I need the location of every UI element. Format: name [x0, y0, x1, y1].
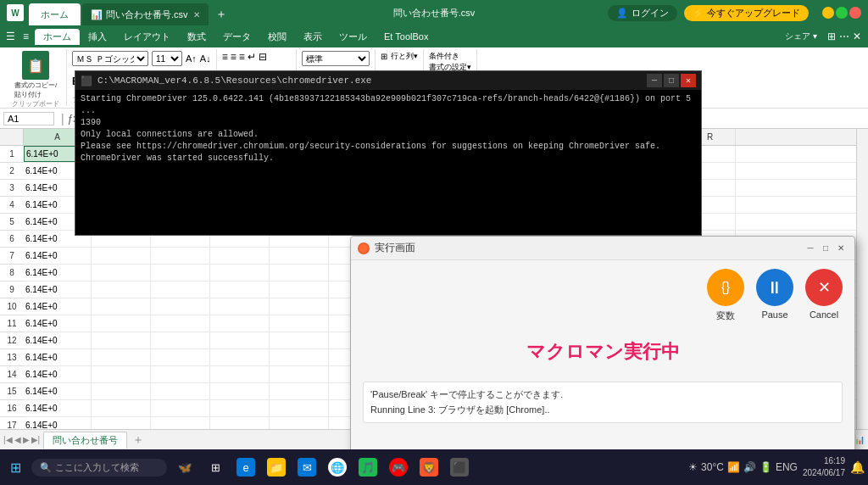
- ribbon-tab-layout[interactable]: レイアウト: [115, 29, 179, 45]
- hensu-button[interactable]: {} 変数: [707, 269, 744, 322]
- tab-csv-close[interactable]: ✕: [193, 10, 200, 20]
- ribbon-tab-insert[interactable]: 挿入: [80, 29, 115, 45]
- cell-C15[interactable]: [151, 383, 210, 399]
- cell-D16[interactable]: [210, 400, 270, 416]
- cell-E9[interactable]: [270, 282, 329, 298]
- cmd-minimize-button[interactable]: ─: [647, 74, 662, 87]
- maximize-button[interactable]: [836, 7, 848, 19]
- taskbar-app-butterfly[interactable]: 🦋: [170, 453, 199, 482]
- paste-button[interactable]: 📋 書式のコピー/貼り付け: [14, 51, 57, 99]
- ribbon-tab-review[interactable]: 校閲: [259, 29, 295, 45]
- cell-a14[interactable]: 6.14E+0: [24, 366, 92, 382]
- login-button[interactable]: 👤 ログイン: [608, 5, 677, 21]
- cell-a8[interactable]: 6.14E+0: [24, 265, 92, 281]
- cell-C11[interactable]: [151, 315, 210, 332]
- cell-D9[interactable]: [210, 282, 270, 298]
- pause-button[interactable]: ⏸ Pause: [756, 269, 793, 322]
- cell-D12[interactable]: [210, 332, 270, 348]
- align-top-icon[interactable]: ≡: [222, 51, 228, 63]
- cell-B11[interactable]: [92, 315, 151, 332]
- taskbar-app-music[interactable]: 🎵: [353, 453, 382, 482]
- cell-E15[interactable]: [270, 383, 329, 399]
- cell-E14[interactable]: [270, 366, 329, 382]
- sheet-nav-next[interactable]: ▶: [23, 435, 30, 444]
- taskbar-app-extra[interactable]: ⬛: [445, 453, 474, 482]
- cell-E11[interactable]: [270, 315, 329, 332]
- cell-C10[interactable]: [151, 298, 210, 315]
- font-size-select[interactable]: 11: [152, 51, 182, 66]
- cell-B8[interactable]: [92, 265, 151, 281]
- cell-C12[interactable]: [151, 332, 210, 348]
- cell-a9[interactable]: 6.14E+0: [24, 282, 92, 298]
- cell-D15[interactable]: [210, 383, 270, 399]
- menu-icon[interactable]: ≡: [20, 30, 31, 43]
- cell-E7[interactable]: [270, 248, 329, 264]
- tab-home[interactable]: ホーム: [29, 3, 81, 25]
- vertical-scrollbar[interactable]: [856, 129, 868, 429]
- merge-icon[interactable]: ⊟: [259, 51, 267, 63]
- sheet-tab-main[interactable]: 問い合わせ番号: [43, 432, 127, 449]
- ribbon-tab-tools[interactable]: ツール: [331, 29, 376, 45]
- cell-C17[interactable]: [151, 417, 210, 429]
- cell-C8[interactable]: [151, 265, 210, 281]
- cell-B10[interactable]: [92, 298, 151, 315]
- ribbon-tab-ettoolbox[interactable]: Et ToolBox: [376, 30, 437, 43]
- row-col-button[interactable]: ⊞ 行と列▾: [381, 51, 418, 62]
- increase-font-icon[interactable]: A↑: [186, 53, 197, 64]
- ribbon-tab-view[interactable]: 表示: [295, 29, 331, 45]
- cell-E13[interactable]: [270, 349, 329, 365]
- cell-a7[interactable]: 6.14E+0: [24, 248, 92, 264]
- cell-C16[interactable]: [151, 400, 210, 416]
- align-bot-icon[interactable]: ≡: [239, 51, 245, 63]
- start-button[interactable]: ⊞: [3, 456, 28, 479]
- grid-icon[interactable]: ⊞: [827, 31, 836, 42]
- settings-icon[interactable]: ✕: [853, 31, 861, 42]
- exec-minimize-button[interactable]: ─: [804, 242, 817, 255]
- exec-maximize-button[interactable]: □: [819, 242, 832, 255]
- taskbar-app-mail[interactable]: ✉: [292, 453, 321, 482]
- cell-C13[interactable]: [151, 349, 210, 365]
- cell-C7[interactable]: [151, 248, 210, 264]
- cell-B9[interactable]: [92, 282, 151, 298]
- ellipsis-icon[interactable]: ⋯: [839, 31, 849, 42]
- cell-a17[interactable]: 6.14E+0: [24, 417, 92, 429]
- exec-close-button[interactable]: ✕: [834, 242, 848, 255]
- cell-D14[interactable]: [210, 366, 270, 382]
- cell-B13[interactable]: [92, 349, 151, 365]
- cell-D7[interactable]: [210, 248, 270, 264]
- taskbar-app-game[interactable]: 🎮: [384, 453, 413, 482]
- taskbar-app-multitask[interactable]: ⊞: [201, 453, 230, 482]
- cell-B16[interactable]: [92, 400, 151, 416]
- cell-B12[interactable]: [92, 332, 151, 348]
- taskbar-app-chrome[interactable]: 🌐: [323, 453, 352, 482]
- cell-E12[interactable]: [270, 332, 329, 348]
- cell-E8[interactable]: [270, 265, 329, 281]
- cell-E10[interactable]: [270, 298, 329, 315]
- cell-a10[interactable]: 6.14E+0: [24, 298, 92, 315]
- taskbar-app-edge[interactable]: e: [231, 453, 260, 482]
- wrap-text-icon[interactable]: ↵: [248, 51, 256, 63]
- cell-D17[interactable]: [210, 417, 270, 429]
- cmd-close-button[interactable]: ✕: [681, 74, 696, 87]
- add-sheet-button[interactable]: ＋: [127, 432, 149, 448]
- cell-D10[interactable]: [210, 298, 270, 315]
- sheet-nav-last[interactable]: ▶|: [31, 435, 41, 444]
- cell-B17[interactable]: [92, 417, 151, 429]
- ribbon-tab-formula[interactable]: 数式: [179, 29, 214, 45]
- ribbon-tab-home[interactable]: ホーム: [35, 29, 80, 45]
- minimize-button[interactable]: [822, 7, 834, 19]
- cell-a11[interactable]: 6.14E+0: [24, 315, 92, 332]
- sheet-nav-first[interactable]: |◀: [3, 435, 13, 444]
- cell-D8[interactable]: [210, 265, 270, 281]
- notification-icon[interactable]: 🔔: [850, 460, 865, 474]
- cell-B14[interactable]: [92, 366, 151, 382]
- upgrade-button[interactable]: ⚡ 今すぐアップグレード: [684, 5, 809, 21]
- cell-E17[interactable]: [270, 417, 329, 429]
- taskbar-app-brave[interactable]: 🦁: [415, 453, 443, 482]
- taskbar-app-explorer[interactable]: 📁: [262, 453, 291, 482]
- cell-D13[interactable]: [210, 349, 270, 365]
- cell-E16[interactable]: [270, 400, 329, 416]
- cell-B15[interactable]: [92, 383, 151, 399]
- cell-a13[interactable]: 6.14E+0: [24, 349, 92, 365]
- tab-csv[interactable]: 📊 問い合わせ番号.csv ✕: [82, 3, 209, 25]
